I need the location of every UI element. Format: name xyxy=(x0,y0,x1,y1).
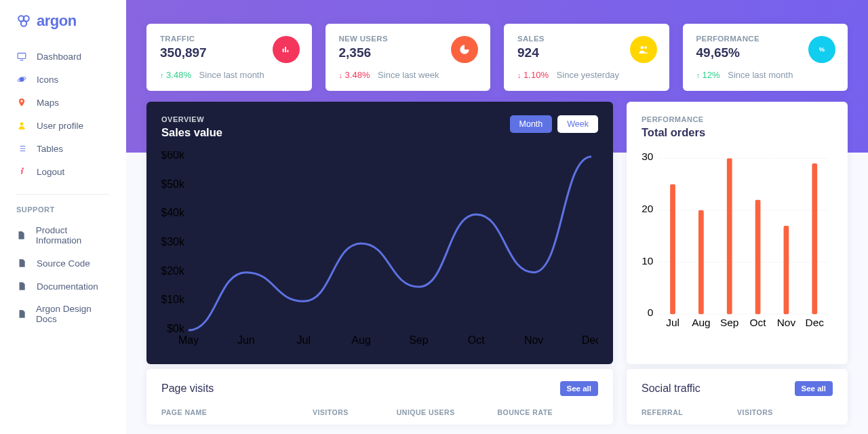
svg-rect-3 xyxy=(18,53,26,58)
tab-month[interactable]: Month xyxy=(510,115,553,133)
col-header: PAGE NAME xyxy=(161,408,313,416)
support-item-argon-design-docs[interactable]: Argon Design Docs xyxy=(0,298,126,330)
tab-week[interactable]: Week xyxy=(557,115,598,133)
run-icon xyxy=(16,166,27,177)
stat-delta-pct: ↓ 1.10% xyxy=(517,70,549,80)
support-heading: SUPPORT xyxy=(0,195,126,219)
sales-title: Sales value xyxy=(161,126,222,139)
svg-text:Sep: Sep xyxy=(720,317,738,328)
sales-overline: OVERVIEW xyxy=(161,115,222,123)
svg-point-9 xyxy=(644,46,647,49)
svg-text:Jul: Jul xyxy=(666,317,679,328)
svg-text:20: 20 xyxy=(642,203,653,214)
svg-point-7 xyxy=(22,167,24,169)
stat-delta: ↑ 3.48% Since last month xyxy=(160,70,298,80)
svg-text:$50k: $50k xyxy=(161,178,185,190)
sidebar-item-icons[interactable]: Icons xyxy=(0,68,126,91)
sidebar-item-logout[interactable]: Logout xyxy=(0,160,126,183)
pin-icon xyxy=(16,97,27,108)
svg-point-8 xyxy=(640,46,644,50)
support-item-label: Product Information xyxy=(36,225,110,245)
sidebar-item-label: Maps xyxy=(37,98,59,108)
sidebar-item-label: Dashboard xyxy=(37,52,81,62)
stat-delta-pct: ↓ 3.48% xyxy=(339,70,370,80)
support-item-label: Source Code xyxy=(37,258,90,269)
stat-delta: ↓ 1.10% Since yesterday xyxy=(517,70,656,80)
planet-icon xyxy=(16,74,27,85)
sidebar-item-label: Tables xyxy=(37,144,63,154)
svg-rect-38 xyxy=(727,158,732,314)
sales-line-chart: $0k$10k$20k$30k$40k$50k$60kMayJunJulAugS… xyxy=(161,151,598,348)
svg-text:0: 0 xyxy=(648,307,654,318)
svg-text:Jul: Jul xyxy=(296,334,310,346)
svg-text:$10k: $10k xyxy=(161,294,185,305)
svg-text:$20k: $20k xyxy=(161,265,185,277)
stat-delta-since: Since yesterday xyxy=(557,70,620,80)
sidebar-item-maps[interactable]: Maps xyxy=(0,91,126,114)
brand-logo-icon xyxy=(16,14,31,28)
doc-icon xyxy=(16,230,26,241)
svg-text:$60k: $60k xyxy=(161,151,185,161)
svg-point-6 xyxy=(20,122,24,125)
svg-text:Sep: Sep xyxy=(409,334,429,346)
svg-rect-40 xyxy=(755,200,761,315)
sidebar-item-label: Logout xyxy=(37,167,64,177)
sidebar-item-tables[interactable]: Tables xyxy=(0,137,126,160)
stat-delta: ↑ 12% Since last month xyxy=(696,70,835,80)
svg-text:Dec: Dec xyxy=(582,334,598,346)
user-icon xyxy=(16,120,27,131)
svg-rect-34 xyxy=(670,184,675,315)
orders-title: Total orders xyxy=(642,126,705,139)
svg-text:Oct: Oct xyxy=(750,317,767,328)
svg-rect-36 xyxy=(698,210,704,314)
users-icon xyxy=(630,36,657,63)
svg-text:$30k: $30k xyxy=(161,236,185,248)
page-visits-title: Page visits xyxy=(161,382,214,395)
svg-text:Dec: Dec xyxy=(806,317,825,328)
page-visits-see-all[interactable]: See all xyxy=(560,381,598,396)
page-visits-card: Page visits See all PAGE NAMEVISITORSUNI… xyxy=(146,369,613,425)
svg-text:$40k: $40k xyxy=(161,207,185,218)
svg-text:Aug: Aug xyxy=(692,317,710,328)
social-traffic-see-all[interactable]: See all xyxy=(795,381,833,396)
chart-range-tabs: Month Week xyxy=(510,115,598,133)
svg-text:May: May xyxy=(178,334,199,346)
doc-icon xyxy=(16,309,26,319)
svg-text:Nov: Nov xyxy=(777,317,796,328)
svg-rect-42 xyxy=(784,226,789,314)
orders-bar-chart: 0102030JulAugSepOctNovDec xyxy=(642,151,833,333)
stat-delta-since: Since last month xyxy=(728,70,793,80)
svg-text:Jun: Jun xyxy=(237,334,255,346)
support-item-source-code[interactable]: Source Code xyxy=(0,252,126,275)
svg-rect-44 xyxy=(812,163,817,314)
stat-delta-pct: ↑ 3.48% xyxy=(160,70,191,80)
col-header: UNIQUE USERS xyxy=(397,408,498,416)
svg-point-2 xyxy=(21,21,26,26)
support-item-documentation[interactable]: Documentation xyxy=(0,275,126,298)
svg-text:Aug: Aug xyxy=(351,334,370,346)
sidebar-item-user-profile[interactable]: User profile xyxy=(0,114,126,137)
stat-card-performance: PERFORMANCE 49,65% % ↑ 12% Since last mo… xyxy=(683,24,848,91)
doc-icon xyxy=(16,281,27,292)
chart-bar-icon xyxy=(273,36,300,63)
stat-card-sales: SALES 924 ↓ 1.10% Since yesterday xyxy=(504,24,669,91)
brand-name: argon xyxy=(37,12,77,30)
orders-overline: PERFORMANCE xyxy=(642,115,705,123)
svg-text:$0k: $0k xyxy=(167,323,185,334)
support-item-label: Argon Design Docs xyxy=(36,304,110,324)
pie-chart-icon xyxy=(451,36,478,63)
brand-logo[interactable]: argon xyxy=(0,0,126,45)
col-header: VISITORS xyxy=(737,408,833,416)
stat-card-traffic: TRAFFIC 350,897 ↑ 3.48% Since last month xyxy=(146,24,312,91)
col-header: VISITORS xyxy=(313,408,397,416)
support-item-product-information[interactable]: Product Information xyxy=(0,219,126,252)
sidebar-item-dashboard[interactable]: Dashboard xyxy=(0,45,126,68)
doc-icon xyxy=(16,258,27,269)
svg-text:Nov: Nov xyxy=(524,334,543,346)
svg-text:30: 30 xyxy=(642,151,653,162)
percent-icon: % xyxy=(808,36,835,63)
stat-delta-since: Since last week xyxy=(378,70,439,80)
list-icon xyxy=(16,143,27,154)
col-header: BOUNCE RATE xyxy=(497,408,598,416)
svg-text:%: % xyxy=(819,46,825,53)
